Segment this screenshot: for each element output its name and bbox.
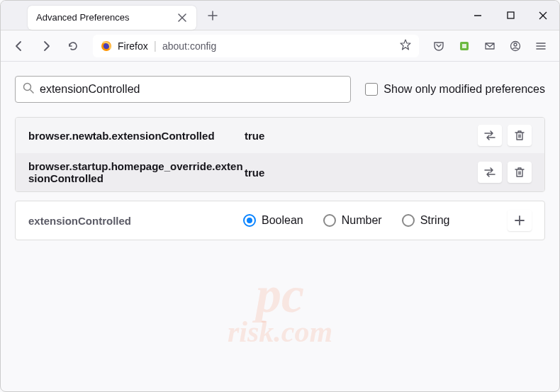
url-bar[interactable]: Firefox | about:config bbox=[93, 35, 419, 57]
pref-name: browser.newtab.extensionControlled bbox=[28, 130, 245, 142]
tab-title: Advanced Preferences bbox=[36, 12, 171, 23]
svg-rect-0 bbox=[508, 12, 514, 18]
navbar: Firefox | about:config bbox=[1, 30, 559, 62]
maximize-button[interactable] bbox=[494, 1, 527, 30]
checkbox-label: Show only modified preferences bbox=[383, 83, 545, 96]
watermark-top: pc bbox=[256, 267, 304, 323]
watermark-sub: risk.com bbox=[1, 315, 559, 349]
bookmark-star-icon[interactable] bbox=[400, 39, 411, 53]
pref-actions bbox=[478, 125, 532, 146]
add-button[interactable] bbox=[508, 210, 532, 231]
minimize-button[interactable] bbox=[461, 1, 494, 30]
pref-name: browser.startup.homepage_override.extens… bbox=[28, 160, 245, 184]
radio-icon bbox=[323, 214, 336, 227]
type-boolean[interactable]: Boolean bbox=[243, 214, 303, 227]
firefox-icon bbox=[101, 40, 112, 52]
radio-icon bbox=[402, 214, 415, 227]
content-area: Show only modified preferences browser.n… bbox=[1, 62, 559, 254]
browser-tab[interactable]: Advanced Preferences bbox=[28, 6, 196, 30]
pocket-icon[interactable] bbox=[427, 35, 450, 57]
search-box[interactable] bbox=[15, 76, 351, 103]
watermark: pc risk.com bbox=[1, 266, 559, 349]
account-icon[interactable] bbox=[504, 35, 527, 57]
back-button[interactable] bbox=[8, 35, 30, 57]
new-pref-row: extensionControlled Boolean Number Strin… bbox=[15, 201, 545, 240]
type-label: String bbox=[420, 214, 450, 227]
menu-icon[interactable] bbox=[530, 35, 552, 57]
show-modified-toggle[interactable]: Show only modified preferences bbox=[365, 83, 545, 96]
close-icon[interactable] bbox=[177, 12, 188, 23]
type-label: Number bbox=[342, 214, 382, 227]
pref-row[interactable]: browser.newtab.extensionControlled true bbox=[16, 118, 544, 153]
close-window-button[interactable] bbox=[527, 1, 559, 30]
search-input[interactable] bbox=[40, 83, 343, 96]
type-number[interactable]: Number bbox=[323, 214, 382, 227]
tab-list: Advanced Preferences bbox=[28, 1, 223, 30]
svg-point-7 bbox=[24, 84, 31, 91]
urlbar-prefix: Firefox bbox=[118, 40, 148, 52]
delete-button[interactable] bbox=[508, 162, 532, 183]
pref-value: true bbox=[245, 167, 478, 179]
type-label: Boolean bbox=[262, 214, 303, 227]
reload-button[interactable] bbox=[62, 35, 84, 57]
toolbar-icons bbox=[427, 35, 552, 57]
checkbox-icon bbox=[365, 83, 378, 96]
titlebar: Advanced Preferences bbox=[1, 1, 559, 30]
search-icon bbox=[23, 82, 34, 96]
pref-row[interactable]: browser.startup.homepage_override.extens… bbox=[16, 153, 544, 191]
forward-button[interactable] bbox=[35, 35, 57, 57]
type-string[interactable]: String bbox=[402, 214, 450, 227]
mail-icon[interactable] bbox=[478, 35, 501, 57]
extension-icon[interactable] bbox=[453, 35, 476, 57]
toggle-button[interactable] bbox=[478, 162, 502, 183]
search-row: Show only modified preferences bbox=[15, 76, 545, 103]
new-tab-button[interactable] bbox=[202, 5, 223, 26]
delete-button[interactable] bbox=[508, 125, 532, 146]
type-options: Boolean Number String bbox=[243, 214, 508, 227]
urlbar-text: about:config bbox=[162, 40, 394, 52]
toggle-button[interactable] bbox=[478, 125, 502, 146]
new-pref-name: extensionControlled bbox=[28, 215, 243, 227]
pref-value: true bbox=[245, 130, 478, 142]
pref-actions bbox=[478, 162, 532, 183]
svg-rect-4 bbox=[462, 44, 466, 48]
window-controls bbox=[461, 1, 559, 30]
pref-table: browser.newtab.extensionControlled true … bbox=[15, 117, 545, 192]
svg-point-6 bbox=[514, 43, 517, 46]
radio-icon bbox=[243, 214, 256, 227]
urlbar-separator: | bbox=[154, 40, 157, 52]
